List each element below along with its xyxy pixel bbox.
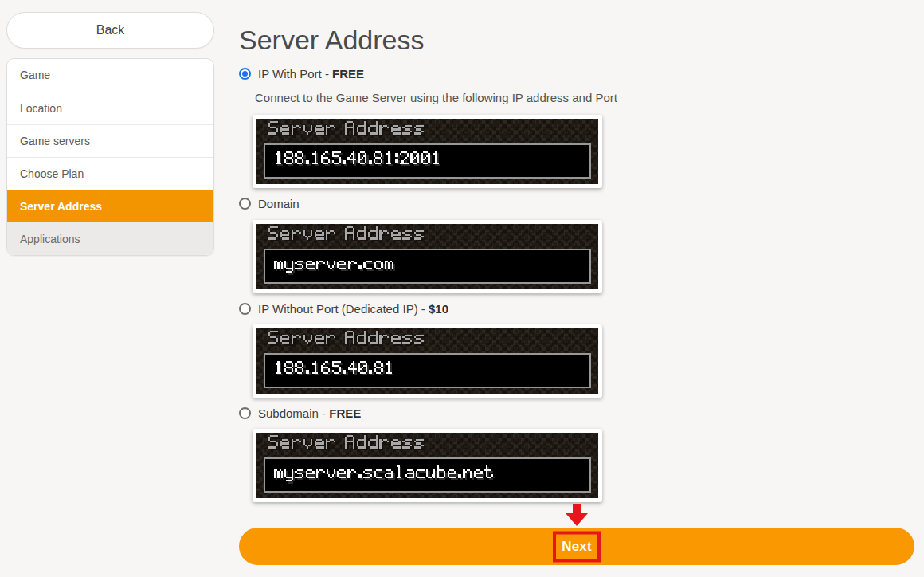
minecraft-address-value [274, 257, 395, 276]
option-label: Subdomain - FREE [258, 406, 361, 420]
radio-ip-without-port[interactable] [239, 303, 251, 315]
minecraft-address-field [264, 353, 591, 388]
option-label: Domain [258, 197, 300, 210]
minecraft-server-address-label [268, 331, 425, 351]
option-label: IP With Port - FREE [258, 67, 364, 80]
option-helper-text: Connect to the Game Server using the fol… [255, 91, 914, 105]
minecraft-address-card [253, 220, 602, 293]
minecraft-address-panel [256, 433, 598, 498]
minecraft-server-address-label [268, 435, 425, 456]
minecraft-address-panel [256, 119, 598, 184]
server-setup-page: Back Game Location Game servers Choose P… [0, 0, 924, 577]
minecraft-address-field [264, 457, 591, 493]
option-label: IP Without Port (Dedicated IP) - $10 [258, 302, 448, 316]
sidebar-item-server-address[interactable]: Server Address [7, 190, 213, 222]
server-address-panel: Server Address IP With Port - FREE Conne… [239, 0, 914, 565]
annotation-arrow-down-icon [565, 504, 589, 526]
sidebar-item-game-servers[interactable]: Game servers [7, 124, 213, 157]
minecraft-address-panel [256, 224, 598, 289]
minecraft-server-address-label [268, 226, 425, 247]
minecraft-address-value [274, 465, 495, 485]
wizard-sidebar: Back Game Location Game servers Choose P… [6, 12, 214, 256]
minecraft-address-value [274, 151, 442, 171]
option-ip-without-port[interactable]: IP Without Port (Dedicated IP) - $10 [239, 300, 914, 316]
minecraft-address-value [274, 361, 395, 380]
option-domain[interactable]: Domain [239, 195, 914, 211]
minecraft-address-card [253, 115, 602, 188]
sidebar-item-choose-plan[interactable]: Choose Plan [7, 157, 213, 190]
radio-subdomain[interactable] [239, 407, 251, 419]
option-ip-with-port[interactable]: IP With Port - FREE [239, 65, 914, 81]
radio-domain[interactable] [239, 198, 251, 210]
annotation-arrow-area [239, 504, 914, 526]
sidebar-item-location[interactable]: Location [7, 92, 213, 124]
page-title: Server Address [239, 24, 914, 56]
wizard-steps-menu: Game Location Game servers Choose Plan S… [6, 58, 214, 256]
radio-ip-with-port[interactable] [239, 68, 251, 80]
minecraft-address-field [264, 249, 591, 284]
minecraft-address-card [253, 324, 602, 398]
sidebar-item-applications[interactable]: Applications [7, 222, 213, 255]
next-button-label: Next [562, 539, 592, 555]
sidebar-item-game[interactable]: Game [7, 59, 213, 92]
option-subdomain[interactable]: Subdomain - FREE [239, 405, 914, 421]
minecraft-address-panel [256, 328, 598, 394]
minecraft-address-card [253, 429, 602, 502]
next-button[interactable]: Next [239, 528, 914, 565]
minecraft-address-field [264, 143, 591, 179]
minecraft-server-address-label [268, 121, 425, 142]
back-button[interactable]: Back [6, 12, 214, 49]
annotation-highlight-box: Next [553, 531, 601, 562]
